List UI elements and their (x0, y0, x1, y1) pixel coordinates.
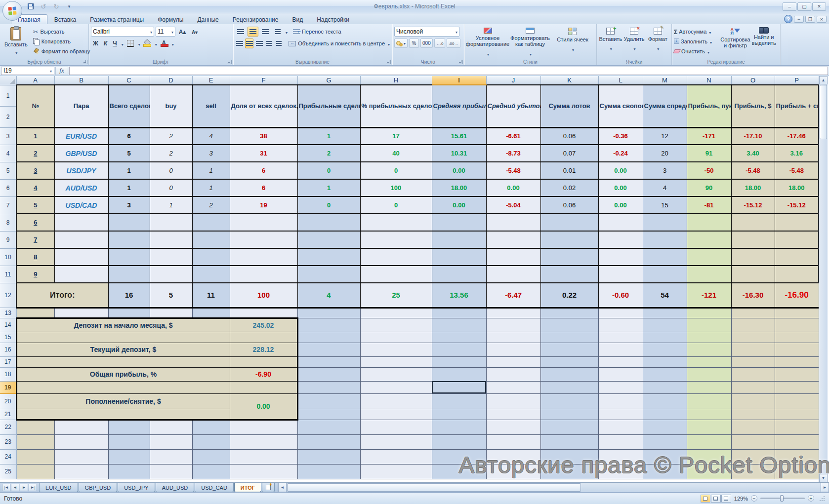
cell-P6[interactable]: 18.00 (775, 179, 819, 196)
scroll-up-icon[interactable] (819, 76, 828, 84)
zoom-slider-thumb[interactable] (780, 495, 784, 502)
cell-K18[interactable] (540, 367, 598, 381)
cell-A8[interactable]: 6 (16, 214, 54, 231)
cell-G4[interactable]: 2 (297, 145, 360, 162)
zoom-slider[interactable] (760, 498, 805, 499)
cell-M13[interactable] (643, 308, 687, 318)
column-header-B[interactable]: B (54, 76, 108, 85)
cell-G25[interactable] (297, 464, 360, 479)
formula-input[interactable] (69, 67, 828, 75)
sheet-tab-gbp-usd[interactable]: GBP_USD (79, 483, 118, 492)
cell-H17[interactable] (360, 356, 432, 367)
cell-O14[interactable] (731, 318, 775, 332)
cell-L9[interactable] (598, 231, 643, 248)
cell-E5[interactable]: 1 (192, 162, 230, 179)
cell-N6[interactable]: 90 (687, 179, 731, 196)
cell-A5[interactable]: 3 (16, 162, 54, 179)
cell-E24[interactable] (192, 449, 230, 464)
redo-button[interactable] (51, 2, 61, 11)
cell-N14[interactable] (687, 318, 731, 332)
cell-H11[interactable] (360, 266, 432, 283)
cell-J17[interactable] (486, 356, 540, 367)
delete-cells-button[interactable]: Удалить (622, 26, 646, 58)
cell-E4[interactable]: 3 (192, 145, 230, 162)
cell-M3[interactable]: 12 (643, 127, 687, 145)
cell-L8[interactable] (598, 214, 643, 231)
cell-E3[interactable]: 4 (192, 127, 230, 145)
cell-H14[interactable] (360, 318, 432, 332)
cell-I17[interactable] (432, 356, 486, 367)
percent-style-button[interactable]: % (409, 39, 419, 48)
alignment-dialog-launcher-icon[interactable] (386, 60, 391, 64)
cell-C24[interactable] (108, 449, 150, 464)
borders-button[interactable] (125, 39, 136, 48)
column-header-H[interactable]: H (360, 76, 432, 85)
cell-K25[interactable] (540, 464, 598, 479)
zoom-out-icon[interactable] (751, 495, 757, 502)
cell-I9[interactable] (432, 231, 486, 248)
cell-A10[interactable]: 8 (16, 248, 54, 266)
cell-F5[interactable]: 6 (230, 162, 297, 179)
cell-J23[interactable] (486, 434, 540, 449)
cell-M25[interactable] (643, 464, 687, 479)
tab-page-layout[interactable]: Разметка страницы (83, 14, 151, 24)
cell-K3[interactable]: 0.06 (540, 127, 598, 145)
number-format-combo[interactable]: Числовой (394, 27, 459, 37)
cell-F3[interactable]: 38 (230, 127, 297, 145)
cell-L16[interactable] (598, 343, 643, 356)
tab-formulas[interactable]: Формулы (151, 14, 190, 24)
font-dialog-launcher-icon[interactable] (227, 60, 232, 64)
increase-indent-button[interactable] (275, 39, 283, 48)
cell-A7[interactable]: 5 (16, 196, 54, 214)
cell-B24[interactable] (54, 449, 108, 464)
clipboard-dialog-launcher-icon[interactable] (83, 60, 87, 64)
copy-button[interactable]: Копировать (33, 37, 90, 45)
cell-N1[interactable]: Прибыль, пункты (687, 85, 731, 127)
undo-button[interactable] (39, 2, 48, 11)
italic-button[interactable]: К (102, 39, 109, 48)
cell-M18[interactable] (643, 367, 687, 381)
cell-O15[interactable] (731, 332, 775, 343)
cell-F6[interactable]: 6 (230, 179, 297, 196)
cell-G3[interactable]: 1 (297, 127, 360, 145)
cell-L1[interactable]: Сумма свопов, $ (598, 85, 643, 127)
cell-G8[interactable] (297, 214, 360, 231)
cell-I14[interactable] (432, 318, 486, 332)
insert-function-button[interactable]: fx (55, 67, 68, 75)
cell-M6[interactable]: 4 (643, 179, 687, 196)
cell-A19[interactable] (16, 381, 230, 393)
cell-H5[interactable]: 0 (360, 162, 432, 179)
merge-center-button[interactable]: Объединить и поместить в центре (289, 39, 390, 48)
cell-H15[interactable] (360, 332, 432, 343)
doc-minimize-button[interactable] (794, 16, 804, 23)
column-header-D[interactable]: D (150, 76, 192, 85)
cell-O19[interactable] (731, 381, 775, 393)
row-header-5[interactable]: 5 (0, 162, 16, 179)
cell-K21[interactable] (540, 409, 598, 420)
page-break-view-button[interactable] (721, 495, 731, 503)
align-center-button[interactable] (245, 39, 253, 48)
cell-C6[interactable]: 1 (108, 179, 150, 196)
vertical-scrollbar[interactable] (819, 76, 828, 482)
cell-C3[interactable]: 6 (108, 127, 150, 145)
cell-N8[interactable] (687, 214, 731, 231)
cell-H4[interactable]: 40 (360, 145, 432, 162)
cell-A20[interactable]: Пополнение/снятие, $ (16, 393, 230, 409)
cell-B22[interactable] (54, 420, 108, 434)
cell-I19[interactable] (432, 381, 486, 393)
cell-P3[interactable]: -17.46 (775, 127, 819, 145)
sheet-tab-itog[interactable]: ИТОГ (234, 483, 261, 492)
cell-B5[interactable]: USD/JPY (54, 162, 108, 179)
cell-K10[interactable] (540, 248, 598, 266)
cell-F17[interactable] (230, 356, 297, 367)
cell-I10[interactable] (432, 248, 486, 266)
cell-O5[interactable]: -5.48 (731, 162, 775, 179)
cell-O10[interactable] (731, 248, 775, 266)
find-select-button[interactable]: Найти и выделить (749, 26, 778, 58)
cell-F22[interactable] (230, 420, 297, 434)
column-header-N[interactable]: N (687, 76, 731, 85)
orientation-button[interactable] (272, 27, 283, 37)
cell-H7[interactable]: 0 (360, 196, 432, 214)
cell-B3[interactable]: EUR/USD (54, 127, 108, 145)
row-header-3[interactable]: 3 (0, 127, 16, 145)
